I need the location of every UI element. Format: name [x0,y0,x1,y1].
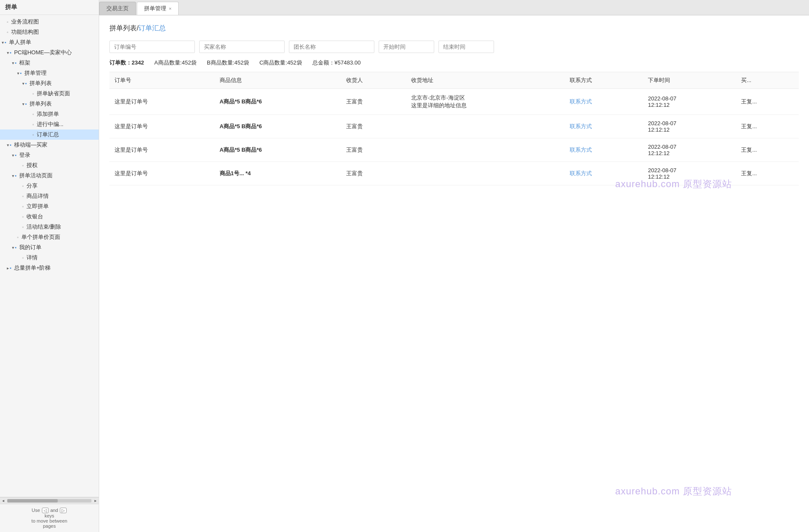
order-table: 订单号商品信息收货人收货地址联系方式下单时间买... 这里是订单号A商品*5 B… [109,72,799,185]
folder-icon-pingdan-list1: ▪ [25,81,27,86]
page-icon-huodong-jieshu: ▫ [22,225,24,229]
sidebar-label-my-orders: 我的订单 [19,244,41,251]
expand-arrow-denglu[interactable]: ▾ [12,153,14,158]
stat-goods-c: C商品数量:452袋 [259,59,302,67]
right-key: ▷ [60,508,67,513]
watermark-2: axurehub.com 原型资源站 [615,485,732,498]
sidebar-item-pingdan-mgr[interactable]: ▾▪拼单管理 [0,68,99,78]
scroll-left-arrow[interactable]: ◂ [1,498,6,503]
sidebar: 拼单 ▫业务流程图▫功能结构图▾▪单人拼单▾▪PC端HOME—卖家中心▾▪框架▾… [0,0,99,532]
tab-close-tab-pingdan[interactable]: × [169,6,171,11]
sidebar-label-pingdan-mgr: 拼单管理 [24,69,47,77]
end-time-input[interactable] [438,41,494,53]
table-row: 这里是订单号商品1号... *4王富贵联系方式2022-08-0712:12:1… [109,162,799,185]
sidebar-item-xiangqing[interactable]: ▫详情 [0,253,99,263]
table-header-1: 商品信息 [215,72,341,89]
sidebar-item-tianjia[interactable]: ▫添加拼单 [0,109,99,119]
order-no-cell-3: 这里是订单号 [109,162,215,185]
receiver-cell-2: 王富贵 [341,138,406,162]
contact-cell-2[interactable]: 联系方式 [565,138,643,162]
sidebar-item-huodong-jieshu[interactable]: ▫活动结束/删除 [0,222,99,232]
table-header-2: 收货人 [341,72,406,89]
hint-and: and [50,508,58,513]
scroll-right-arrow[interactable]: ▸ [93,498,98,503]
sidebar-item-mobile-buyer[interactable]: ▾▪移动端—买家 [0,140,99,150]
tab-tab-pingdan[interactable]: 拼单管理× [137,2,179,15]
sidebar-title: 拼单 [0,0,99,15]
sidebar-item-pc-home[interactable]: ▾▪PC端HOME—卖家中心 [0,47,99,58]
page-icon-fenxiang: ▫ [22,184,24,188]
contact-cell-0[interactable]: 联系方式 [565,89,643,115]
sidebar-horizontal-scrollbar[interactable]: ◂ ▸ [0,497,99,504]
expand-arrow-kuangjia[interactable]: ▾ [12,61,14,65]
table-header-row: 订单号商品信息收货人收货地址联系方式下单时间买... [109,72,799,89]
buyer-input[interactable] [199,41,285,53]
expand-arrow-pingdan-mgr[interactable]: ▾ [17,71,19,76]
table-body: 这里是订单号A商品*5 B商品*6王富贵北京市-北京市-海淀区这里是详细的地址信… [109,89,799,185]
expand-arrow-my-orders[interactable]: ▾ [12,245,14,250]
sidebar-item-queshiye[interactable]: ▫拼单缺省页面 [0,88,99,99]
goods-info-cell-1: A商品*5 B商品*6 [215,115,341,138]
sidebar-item-zongliang[interactable]: ▸▪总量拼单+阶梯 [0,263,99,273]
sidebar-item-yewu[interactable]: ▫业务流程图 [0,17,99,27]
order-no-cell-0: 这里是订单号 [109,89,215,115]
tab-bar: 交易主页拼单管理× [99,0,809,15]
sidebar-item-single-price[interactable]: ▫单个拼单价页面 [0,232,99,242]
sidebar-item-lijipindan[interactable]: ▫立即拼单 [0,201,99,212]
sidebar-label-gongneng: 功能结构图 [11,28,39,36]
sidebar-item-my-orders[interactable]: ▾▪我的订单 [0,242,99,253]
page-icon-single-price: ▫ [17,235,19,240]
sidebar-item-pingdan-list2[interactable]: ▾▪拼单列表 [0,99,99,109]
folder-icon-mobile-buyer: ▪ [10,142,12,147]
sidebar-item-shangpin-detail[interactable]: ▫商品详情 [0,191,99,201]
page-icon-shangpin-detail: ▫ [22,194,24,199]
expand-arrow-pc-home[interactable]: ▾ [7,50,9,55]
sidebar-item-fenxiang[interactable]: ▫分享 [0,181,99,191]
contact-cell-3[interactable]: 联系方式 [565,162,643,185]
sidebar-item-daren[interactable]: ▾▪单人拼单 [0,37,99,47]
expand-arrow-pingdan-list1[interactable]: ▾ [22,81,24,86]
expand-arrow-zongliang[interactable]: ▸ [7,266,9,270]
contact-cell-1[interactable]: 联系方式 [565,115,643,138]
expand-arrow-pinghuo-page[interactable]: ▾ [12,173,14,178]
sidebar-item-denglu[interactable]: ▾▪登录 [0,150,99,160]
start-time-input[interactable] [379,41,434,53]
page-icon-yewu: ▫ [7,20,9,24]
address-cell-3 [406,162,565,185]
buyer-cell-3: 王复... [736,162,799,185]
tab-tab-jiaoyi[interactable]: 交易主页 [99,2,136,15]
folder-icon-my-orders: ▪ [15,245,17,250]
table-row: 这里是订单号A商品*5 B商品*6王富贵北京市-北京市-海淀区这里是详细的地址信… [109,89,799,115]
sidebar-tree: ▫业务流程图▫功能结构图▾▪单人拼单▾▪PC端HOME—卖家中心▾▪框架▾▪拼单… [0,15,99,497]
stat-goods-b: B商品数量:452袋 [207,59,249,67]
hint-use: Use [32,508,40,513]
folder-icon-pingdan-list2: ▪ [25,101,27,106]
sidebar-item-pingdan-list1[interactable]: ▾▪拼单列表 [0,78,99,88]
group-leader-input[interactable] [289,41,374,53]
sidebar-item-shoyintai[interactable]: ▫收银台 [0,212,99,222]
sidebar-label-pingdan-list2: 拼单列表 [29,100,52,108]
page-icon-dingdan-hz: ▫ [32,132,34,137]
order-no-input[interactable] [109,41,195,53]
sidebar-label-denglu: 登录 [19,151,30,159]
main-area: 交易主页拼单管理× 拼单列表/订单汇总 订单数：2342 A商品数量:452袋 … [99,0,809,532]
goods-info-cell-0: A商品*5 B商品*6 [215,89,341,115]
expand-arrow-daren[interactable]: ▾ [2,40,4,45]
sidebar-item-jinxing[interactable]: ▫进行中编... [0,119,99,129]
folder-icon-pingdan-mgr: ▪ [20,71,22,76]
sidebar-item-dingdan-hz[interactable]: ▫订单汇总 [0,129,99,140]
sidebar-item-gongneng[interactable]: ▫功能结构图 [0,27,99,37]
expand-arrow-pingdan-list2[interactable]: ▾ [22,102,24,106]
left-key: ◁ [42,508,49,513]
receiver-cell-1: 王富贵 [341,115,406,138]
breadcrumb-current[interactable]: 订单汇总 [138,24,166,32]
table-header-5: 下单时间 [643,72,736,89]
sidebar-item-shouquan[interactable]: ▫授权 [0,160,99,170]
sidebar-item-pinghuo-page[interactable]: ▾▪拼单活动页面 [0,170,99,181]
expand-arrow-mobile-buyer[interactable]: ▾ [7,143,9,147]
table-row: 这里是订单号A商品*5 B商品*6王富贵联系方式2022-08-0712:12:… [109,138,799,162]
sidebar-label-pinghuo-page: 拼单活动页面 [19,172,53,179]
sidebar-item-kuangjia[interactable]: ▾▪框架 [0,58,99,68]
order-time-cell-1: 2022-08-0712:12:12 [643,115,736,138]
sidebar-label-single-price: 单个拼单价页面 [21,233,60,241]
